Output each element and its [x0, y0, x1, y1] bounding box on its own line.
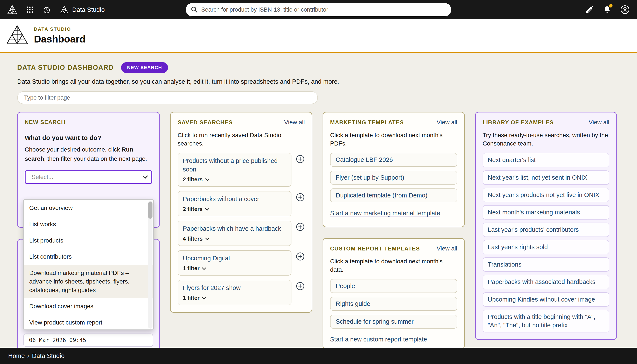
library-view-all[interactable]: View all	[589, 119, 609, 126]
start-marketing-template-link[interactable]: Start a new marketing material template	[330, 210, 440, 217]
filters-toggle[interactable]: 1 filter	[183, 295, 286, 301]
library-example-item[interactable]: Next year's products not yet live in ONI…	[483, 188, 609, 202]
app-logo-large-icon	[6, 24, 28, 47]
new-search-button[interactable]: NEW SEARCH	[121, 62, 168, 73]
global-search-input[interactable]	[201, 6, 446, 13]
custom-report-templates-card: CUSTOM REPORT TEMPLATES View all Click a…	[323, 238, 465, 348]
library-example-item[interactable]: Upcoming Kindles without cover image	[483, 292, 609, 307]
saved-search-item[interactable]: Paperbacks which have a hardback 4 filte…	[178, 221, 291, 246]
apps-grid-icon[interactable]	[26, 6, 34, 13]
saved-search-item[interactable]: Flyers for 2027 show 1 filter	[178, 280, 291, 305]
custom-report-template-item[interactable]: Rights guide	[330, 297, 457, 311]
dropdown-option[interactable]: Download cover images	[24, 298, 153, 314]
saved-searches-title: SAVED SEARCHES	[178, 119, 233, 126]
saved-searches-view-all[interactable]: View all	[284, 119, 305, 126]
filters-toggle[interactable]: 1 filter	[183, 265, 286, 272]
filters-toggle[interactable]: 2 filters	[183, 176, 286, 183]
library-example-item[interactable]: Paperbacks with associated hardbacks	[483, 275, 609, 289]
library-example-item[interactable]: Next quarter's list	[483, 153, 609, 167]
main-content: DATA STUDIO DASHBOARD NEW SEARCH Data St…	[0, 53, 637, 348]
notifications-bell-icon[interactable]	[603, 5, 611, 14]
circle-plus-icon[interactable]	[296, 154, 305, 164]
library-example-item[interactable]: Products with a title beginning with "A"…	[483, 310, 609, 332]
edit-slash-icon[interactable]	[584, 5, 594, 14]
topbar: Data Studio	[0, 0, 637, 19]
notification-badge	[609, 4, 612, 8]
custom-report-templates-view-all[interactable]: View all	[437, 245, 457, 252]
chevron-down-icon	[142, 173, 148, 178]
chevron-down-icon	[202, 266, 206, 270]
column-library: LIBRARY OF EXAMPLES View all Try these r…	[475, 112, 617, 340]
saved-search-row: Flyers for 2027 show 1 filter	[178, 280, 305, 305]
circle-plus-icon[interactable]	[296, 222, 305, 231]
saved-searches-description: Click to run recently saved Data Studio …	[178, 131, 305, 148]
saved-searches-card: SAVED SEARCHES View all Click to run rec…	[170, 112, 312, 313]
custom-report-templates-description: Click a template to download next month'…	[330, 257, 457, 274]
breadcrumb-current: Data Studio	[32, 352, 65, 360]
custom-report-template-item[interactable]: Schedule for spring summer	[330, 315, 457, 328]
recent-search-item[interactable]: 06 Mar 2026 09:45	[24, 334, 153, 347]
dropdown-scrollbar-track	[148, 201, 153, 328]
library-example-item[interactable]: Last year's products' contributors	[483, 222, 609, 237]
text-cursor	[30, 174, 30, 180]
app-label: DATA STUDIO	[34, 26, 86, 32]
app-titles: DATA STUDIO Dashboard	[34, 26, 86, 45]
account-icon[interactable]	[620, 5, 630, 14]
library-example-item[interactable]: Next month's marketing materials	[483, 205, 609, 220]
library-example-item[interactable]: Next year's list, not yet sent in ONIX	[483, 170, 609, 185]
library-example-item[interactable]: Translations	[483, 257, 609, 272]
saved-search-item[interactable]: Products without a price published soon …	[178, 153, 291, 186]
saved-search-row: Products without a price published soon …	[178, 153, 305, 186]
history-icon[interactable]	[43, 5, 51, 14]
brand-home-link[interactable]: Data Studio	[60, 6, 105, 13]
custom-report-template-item[interactable]: People	[330, 279, 457, 293]
global-search	[186, 3, 451, 16]
filters-toggle[interactable]: 2 filters	[183, 206, 286, 212]
saved-search-row: Upcoming Digital 1 filter	[178, 250, 305, 276]
saved-search-item[interactable]: Paperbacks without a cover 2 filters	[178, 191, 291, 216]
circle-plus-icon[interactable]	[296, 252, 305, 261]
saved-search-label: Upcoming Digital	[183, 254, 286, 262]
dropdown-option[interactable]: List works	[24, 216, 153, 232]
topbar-left: Data Studio	[7, 5, 186, 14]
column-saved-searches: SAVED SEARCHES View all Click to run rec…	[170, 112, 312, 313]
library-card: LIBRARY OF EXAMPLES View all Try these r…	[475, 112, 617, 340]
library-example-item[interactable]: Last year's rights sold	[483, 240, 609, 254]
dropdown-option[interactable]: List contributors	[24, 248, 153, 265]
chevron-down-icon	[205, 206, 209, 210]
page-filter-input[interactable]	[17, 91, 318, 104]
marketing-templates-card: MARKETING TEMPLATES View all Click a tem…	[323, 112, 465, 227]
start-custom-report-template-link[interactable]: Start a new custom report template	[330, 336, 427, 343]
topbar-right	[451, 5, 630, 14]
dropdown-option[interactable]: List products	[24, 232, 153, 249]
dashboard-intro: Data Studio brings all your data togethe…	[17, 78, 618, 85]
dropdown-option-highlighted[interactable]: Download marketing material PDFs – advan…	[24, 265, 153, 298]
saved-search-item[interactable]: Upcoming Digital 1 filter	[178, 250, 291, 276]
filters-toggle[interactable]: 4 filters	[183, 236, 286, 242]
dropdown-option[interactable]: View product custom report	[24, 314, 153, 330]
saved-search-row: Paperbacks which have a hardback 4 filte…	[178, 221, 305, 246]
new-search-instructions: Choose your desired outcome, click Run s…	[25, 145, 152, 164]
page-title: Dashboard	[34, 33, 86, 45]
breadcrumb-home-link[interactable]: Home	[8, 352, 25, 360]
dashboard-heading: DATA STUDIO DASHBOARD	[17, 64, 114, 72]
app-logo-icon[interactable]	[7, 5, 17, 14]
library-title: LIBRARY OF EXAMPLES	[483, 119, 554, 126]
new-search-question: What do you want to do?	[25, 134, 152, 142]
marketing-template-item[interactable]: Flyer (set up by Support)	[330, 170, 457, 184]
dropdown-scrollbar-thumb[interactable]	[148, 202, 153, 219]
brand-logo-icon	[60, 6, 68, 13]
outcome-dropdown: Get an overview List works List products…	[23, 200, 154, 330]
brand-label: Data Studio	[72, 6, 105, 13]
outcome-select[interactable]: Select...	[25, 170, 152, 184]
saved-search-label: Paperbacks which have a hardback	[183, 224, 286, 233]
dropdown-option[interactable]: Get an overview	[24, 200, 153, 216]
marketing-template-item[interactable]: Catalogue LBF 2026	[330, 153, 457, 167]
global-search-box[interactable]	[186, 3, 451, 16]
recent-search-timestamp: 06 Mar 2026 09:45	[29, 337, 86, 344]
marketing-template-item[interactable]: Duplicated template (from Demo)	[330, 188, 457, 202]
circle-plus-icon[interactable]	[296, 193, 305, 202]
circle-plus-icon[interactable]	[296, 282, 305, 290]
marketing-templates-description: Click a template to download next month'…	[330, 131, 457, 148]
marketing-templates-view-all[interactable]: View all	[437, 119, 457, 126]
